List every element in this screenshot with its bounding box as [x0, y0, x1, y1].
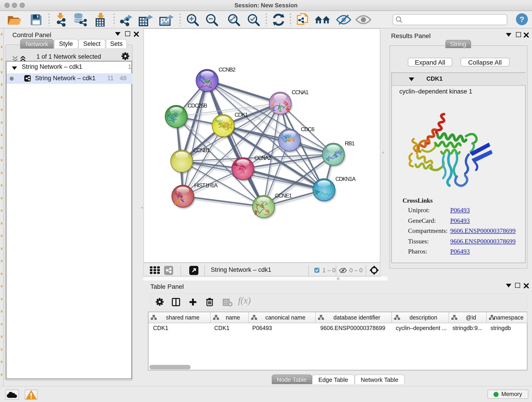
- svg-text:CCNA2: CCNA2: [254, 155, 271, 161]
- svg-text:CDKN1A: CDKN1A: [336, 176, 355, 182]
- svg-text:CCNE1: CCNE1: [275, 192, 292, 199]
- svg-text:?: ?: [520, 15, 525, 24]
- svg-text:CDC25B: CDC25B: [188, 102, 207, 109]
- svg-text:CDC6: CDC6: [301, 126, 315, 132]
- svg-text:RB1: RB1: [345, 140, 355, 147]
- svg-text:CCNB2: CCNB2: [219, 66, 235, 73]
- svg-text:CCNA1: CCNA1: [292, 89, 309, 95]
- svg-text:CCNB1: CCNB1: [193, 147, 210, 153]
- svg-text:HIST1H1A: HIST1H1A: [194, 182, 218, 188]
- svg-text:CDK1: CDK1: [234, 112, 248, 118]
